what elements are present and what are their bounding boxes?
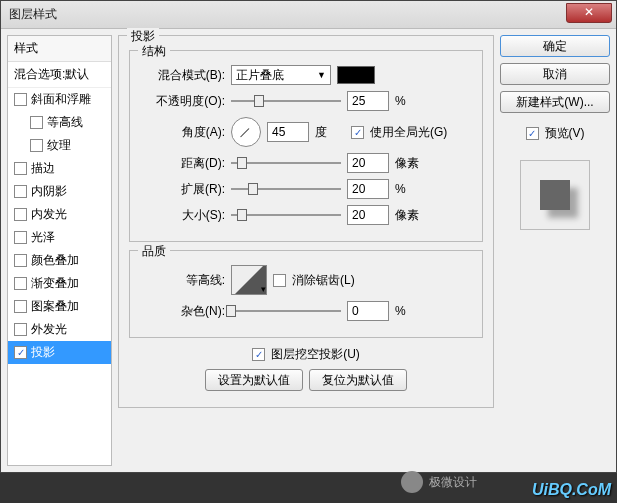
style-checkbox[interactable] xyxy=(14,277,27,290)
size-slider[interactable] xyxy=(231,206,341,224)
angle-dial[interactable] xyxy=(231,117,261,147)
size-input[interactable]: 20 xyxy=(347,205,389,225)
style-label: 描边 xyxy=(31,160,55,177)
style-checkbox[interactable] xyxy=(30,139,43,152)
style-item-4[interactable]: 内阴影 xyxy=(8,180,111,203)
new-style-button[interactable]: 新建样式(W)... xyxy=(500,91,610,113)
blend-mode-label: 混合模式(B): xyxy=(140,67,225,84)
knockout-checkbox[interactable]: ✓ xyxy=(252,348,265,361)
shadow-color-swatch[interactable] xyxy=(337,66,375,84)
style-label: 外发光 xyxy=(31,321,67,338)
spread-input[interactable]: 20 xyxy=(347,179,389,199)
style-checkbox[interactable] xyxy=(14,208,27,221)
style-checkbox[interactable] xyxy=(14,162,27,175)
chevron-down-icon: ▾ xyxy=(261,284,266,294)
noise-slider[interactable] xyxy=(231,302,341,320)
style-checkbox[interactable] xyxy=(14,323,27,336)
watermark-secondary: 极微设计 xyxy=(401,471,477,493)
window-title: 图层样式 xyxy=(9,6,57,23)
contour-label: 等高线: xyxy=(140,272,225,289)
blend-mode-combo[interactable]: 正片叠底 ▼ xyxy=(231,65,331,85)
noise-unit: % xyxy=(395,304,425,318)
distance-input[interactable]: 20 xyxy=(347,153,389,173)
reset-default-button[interactable]: 复位为默认值 xyxy=(309,369,407,391)
size-unit: 像素 xyxy=(395,207,425,224)
structure-legend: 结构 xyxy=(138,43,170,60)
preview-checkbox[interactable]: ✓ xyxy=(526,127,539,140)
shadow-panel: 投影 结构 混合模式(B): 正片叠底 ▼ 不透明度(O): xyxy=(118,35,494,408)
style-label: 图案叠加 xyxy=(31,298,79,315)
contour-picker[interactable]: ▾ xyxy=(231,265,267,295)
quality-group: 品质 等高线: ▾ 消除锯齿(L) 杂色(N): 0 % xyxy=(129,250,483,338)
styles-list: 样式 混合选项:默认 斜面和浮雕等高线纹理描边内阴影内发光光泽颜色叠加渐变叠加图… xyxy=(7,35,112,466)
style-label: 内发光 xyxy=(31,206,67,223)
close-button[interactable]: ✕ xyxy=(566,3,612,23)
style-item-2[interactable]: 纹理 xyxy=(8,134,111,157)
titlebar[interactable]: 图层样式 ✕ xyxy=(1,1,616,29)
spread-label: 扩展(R): xyxy=(140,181,225,198)
cancel-button[interactable]: 取消 xyxy=(500,63,610,85)
style-item-9[interactable]: 图案叠加 xyxy=(8,295,111,318)
style-item-8[interactable]: 渐变叠加 xyxy=(8,272,111,295)
style-item-7[interactable]: 颜色叠加 xyxy=(8,249,111,272)
style-label: 斜面和浮雕 xyxy=(31,91,91,108)
antialias-checkbox[interactable] xyxy=(273,274,286,287)
style-item-10[interactable]: 外发光 xyxy=(8,318,111,341)
watermark: UiBQ.CoM xyxy=(532,481,611,499)
opacity-label: 不透明度(O): xyxy=(140,93,225,110)
style-checkbox[interactable] xyxy=(14,231,27,244)
quality-legend: 品质 xyxy=(138,243,170,260)
settings-panel: 投影 结构 混合模式(B): 正片叠底 ▼ 不透明度(O): xyxy=(118,35,494,466)
style-item-5[interactable]: 内发光 xyxy=(8,203,111,226)
style-label: 渐变叠加 xyxy=(31,275,79,292)
style-checkbox[interactable] xyxy=(14,185,27,198)
distance-slider[interactable] xyxy=(231,154,341,172)
style-checkbox[interactable] xyxy=(30,116,43,129)
global-light-checkbox[interactable]: ✓ xyxy=(351,126,364,139)
preview-thumbnail xyxy=(520,160,590,230)
style-item-0[interactable]: 斜面和浮雕 xyxy=(8,88,111,111)
style-checkbox[interactable] xyxy=(14,254,27,267)
style-item-1[interactable]: 等高线 xyxy=(8,111,111,134)
style-label: 内阴影 xyxy=(31,183,67,200)
spread-unit: % xyxy=(395,182,425,196)
structure-group: 结构 混合模式(B): 正片叠底 ▼ 不透明度(O): 25 % xyxy=(129,50,483,242)
chevron-down-icon: ▼ xyxy=(317,70,326,80)
antialias-label: 消除锯齿(L) xyxy=(292,272,355,289)
set-default-button[interactable]: 设置为默认值 xyxy=(205,369,303,391)
style-label: 纹理 xyxy=(47,137,71,154)
style-item-11[interactable]: ✓投影 xyxy=(8,341,111,364)
style-checkbox[interactable] xyxy=(14,93,27,106)
style-checkbox[interactable] xyxy=(14,300,27,313)
distance-label: 距离(D): xyxy=(140,155,225,172)
global-light-label: 使用全局光(G) xyxy=(370,124,447,141)
style-checkbox[interactable]: ✓ xyxy=(14,346,27,359)
opacity-unit: % xyxy=(395,94,425,108)
angle-label: 角度(A): xyxy=(140,124,225,141)
right-buttons: 确定 取消 新建样式(W)... ✓ 预览(V) xyxy=(500,35,610,466)
size-label: 大小(S): xyxy=(140,207,225,224)
style-label: 颜色叠加 xyxy=(31,252,79,269)
styles-header: 样式 xyxy=(8,36,111,62)
opacity-slider[interactable] xyxy=(231,92,341,110)
angle-unit: 度 xyxy=(315,124,345,141)
angle-input[interactable]: 45 xyxy=(267,122,309,142)
spread-slider[interactable] xyxy=(231,180,341,198)
noise-label: 杂色(N): xyxy=(140,303,225,320)
style-label: 等高线 xyxy=(47,114,83,131)
distance-unit: 像素 xyxy=(395,155,425,172)
style-item-6[interactable]: 光泽 xyxy=(8,226,111,249)
ok-button[interactable]: 确定 xyxy=(500,35,610,57)
knockout-label: 图层挖空投影(U) xyxy=(271,346,360,363)
preview-label: 预览(V) xyxy=(545,125,585,142)
noise-input[interactable]: 0 xyxy=(347,301,389,321)
style-item-3[interactable]: 描边 xyxy=(8,157,111,180)
layer-style-dialog: 图层样式 ✕ 样式 混合选项:默认 斜面和浮雕等高线纹理描边内阴影内发光光泽颜色… xyxy=(0,0,617,473)
blend-options-item[interactable]: 混合选项:默认 xyxy=(8,62,111,88)
opacity-input[interactable]: 25 xyxy=(347,91,389,111)
style-label: 光泽 xyxy=(31,229,55,246)
style-label: 投影 xyxy=(31,344,55,361)
